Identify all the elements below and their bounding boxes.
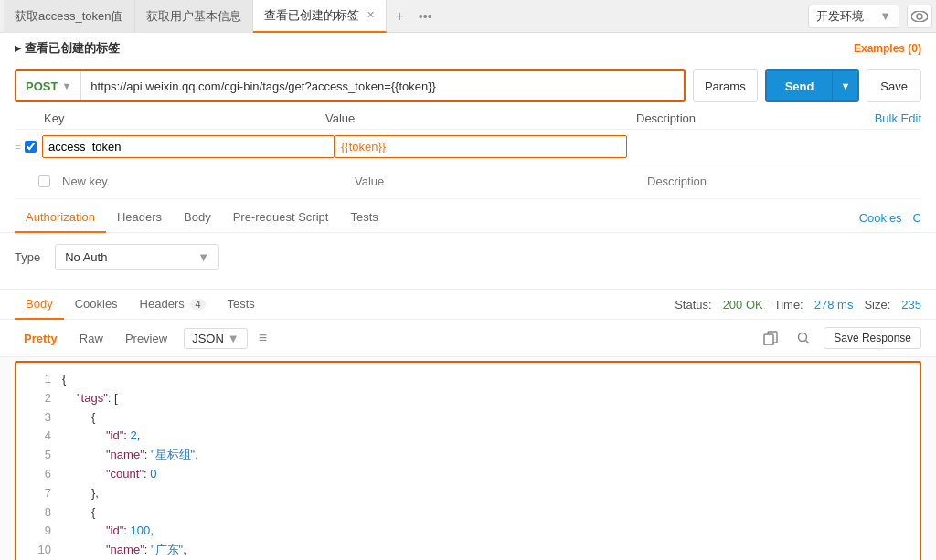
time-label: Time: [774,298,803,312]
key-cell [42,135,335,158]
json-line: 6 "count": 0 [16,465,920,484]
json-line: 3 { [16,408,920,428]
line-num: 2 [24,389,51,408]
environment-selector[interactable]: 开发环境 ▼ [808,5,899,28]
tab-headers[interactable]: Headers [106,203,173,233]
examples-link[interactable]: Examples (0) [854,42,921,55]
response-area: Body Cookies Headers 4 Tests Status: 200… [0,289,936,560]
new-key-cell [56,170,348,193]
res-tab-cookies[interactable]: Cookies [64,290,129,320]
auth-type-label: Type [15,250,40,264]
tab-access-token[interactable]: 获取access_token值 [4,0,135,33]
col-key-header: Key [15,111,325,125]
json-line: 1 { [16,370,920,389]
params-header: Key Value Description Bulk Edit [15,108,921,130]
tab-label: 查看已创建的标签 [264,7,359,24]
line-num: 6 [24,465,51,484]
copy-button[interactable] [758,325,783,351]
status-label: Status: [675,298,711,312]
request-title-text: ▸ 查看已创建的标签 [15,40,120,57]
res-tab-body[interactable]: Body [15,290,64,320]
request-tabs: Authorization Headers Body Pre-request S… [0,203,936,233]
svg-point-1 [917,14,922,19]
tab-pre-request[interactable]: Pre-request Script [222,203,340,233]
new-key-row [15,164,921,199]
auth-arrow-icon: ▼ [197,250,209,264]
fmt-tab-preview[interactable]: Preview [116,328,176,349]
line-num: 4 [24,427,51,446]
svg-rect-3 [764,334,773,345]
format-arrow-icon: ▼ [228,332,239,345]
desc-input[interactable] [627,135,921,158]
tab-authorization[interactable]: Authorization [15,203,106,233]
save-button[interactable]: Save [867,69,921,102]
cookies-link[interactable]: Cookies [859,211,902,225]
send-button[interactable]: Send [767,71,833,100]
drag-handle-icon[interactable]: = [15,141,21,153]
auth-type-value: No Auth [65,250,107,264]
eye-icon-button[interactable] [907,5,932,28]
tab-tags[interactable]: 查看已创建的标签 ✕ [253,0,387,33]
response-tabs-bar: Body Cookies Headers 4 Tests Status: 200… [0,290,936,320]
auth-type-selector[interactable]: No Auth ▼ [55,244,219,270]
new-key-input[interactable] [56,170,348,193]
fmt-tab-pretty[interactable]: Pretty [15,328,67,349]
params-button[interactable]: Params [693,69,758,102]
col-desc-header: Description [636,111,848,125]
bulk-edit-button[interactable]: Bulk Edit [848,111,921,125]
status-value: 200 OK [723,298,763,312]
url-input[interactable] [81,79,684,93]
search-button[interactable] [791,325,816,351]
col-value-header: Value [325,111,636,125]
format-selector[interactable]: JSON ▼ [184,328,248,349]
tab-tests[interactable]: Tests [339,203,388,233]
table-row: = [15,130,921,164]
code-link[interactable]: C [913,211,921,225]
send-button-group: Send ▼ [765,69,860,102]
value-input[interactable] [335,135,627,158]
value-cell [335,135,627,158]
new-row-checkbox[interactable] [38,175,50,187]
line-num: 7 [24,484,51,503]
key-input[interactable] [42,135,335,158]
new-desc-input[interactable] [641,170,921,193]
line-num: 1 [24,370,51,389]
res-tab-headers[interactable]: Headers 4 [129,290,217,320]
method-selector[interactable]: POST ▼ [16,71,81,100]
new-value-input[interactable] [348,170,641,193]
line-num: 5 [24,446,51,465]
wrap-button[interactable]: ≡ [251,326,274,350]
tab-add-button[interactable]: + [387,8,413,25]
json-line: 10 "name": "广东", [16,541,920,560]
size-label: Size: [864,298,890,312]
tab-close-icon[interactable]: ✕ [367,9,375,21]
tab-headers-label: Headers [117,210,162,224]
headers-badge: 4 [190,299,205,310]
res-tab-tests[interactable]: Tests [217,290,266,320]
desc-cell [627,135,921,158]
send-dropdown-button[interactable]: ▼ [832,71,857,100]
line-num: 8 [24,503,51,523]
env-arrow-icon: ▼ [879,9,891,23]
tab-label: 获取用户基本信息 [146,8,241,25]
response-actions: Save Response [758,325,921,351]
format-selector-label: JSON [192,332,224,345]
res-tab-headers-label: Headers [140,297,185,311]
url-bar-inner: POST ▼ [15,69,686,102]
tab-more-button[interactable]: ••• [413,9,438,24]
row-checkbox[interactable] [25,141,37,153]
tab-user-info[interactable]: 获取用户基本信息 [135,0,253,33]
save-response-button[interactable]: Save Response [824,327,921,349]
new-desc-cell [641,170,921,193]
fmt-preview-label: Preview [125,332,167,345]
tab-pre-request-label: Pre-request Script [233,210,329,224]
method-arrow-icon: ▼ [61,80,71,91]
tab-body[interactable]: Body [173,203,222,233]
env-label: 开发环境 [816,8,864,25]
svg-point-0 [911,11,928,22]
fmt-tab-raw[interactable]: Raw [70,328,112,349]
res-tab-tests-label: Tests [228,297,255,311]
svg-line-5 [806,341,810,344]
res-tab-body-label: Body [26,297,53,311]
time-value: 278 ms [814,298,854,312]
